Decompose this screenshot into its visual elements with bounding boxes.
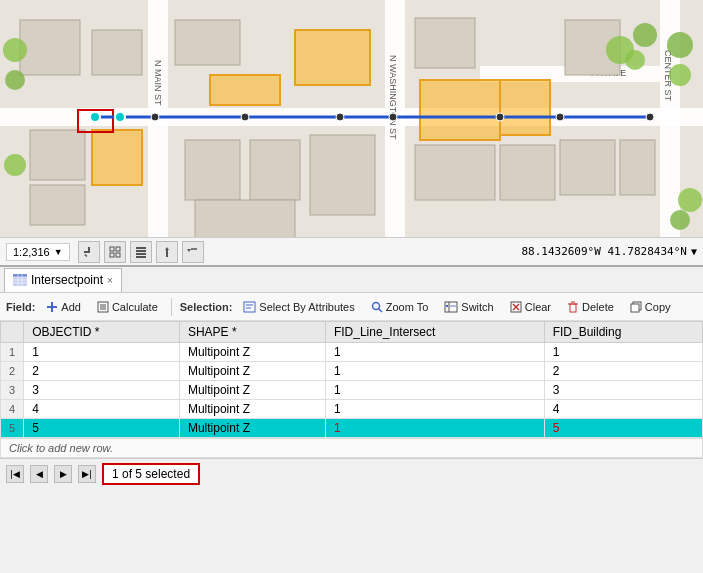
cell[interactable]: 5 [544, 419, 702, 438]
svg-text:N MAIN ST: N MAIN ST [153, 60, 163, 106]
copy-button[interactable]: Copy [625, 299, 676, 315]
selected-count-badge: 1 of 5 selected [102, 463, 200, 485]
cell[interactable]: 1 [325, 362, 544, 381]
svg-point-42 [90, 112, 100, 122]
table-row[interactable]: 33Multipoint Z13 [1, 381, 703, 400]
delete-button[interactable]: Delete [562, 299, 619, 315]
svg-rect-25 [500, 80, 550, 135]
tab-bar: Intersectpoint × [0, 267, 703, 293]
svg-point-33 [4, 154, 26, 176]
cell[interactable]: 1 [325, 343, 544, 362]
svg-point-47 [496, 113, 504, 121]
next-record-btn[interactable]: ▶ [54, 465, 72, 483]
scale-value: 1:2,316 [13, 246, 50, 258]
table-tool[interactable] [130, 241, 152, 263]
svg-marker-62 [165, 247, 169, 257]
cell[interactable]: 2 [544, 362, 702, 381]
objectid-header[interactable]: OBJECTID * [24, 322, 180, 343]
svg-rect-68 [13, 274, 27, 277]
cell[interactable]: Multipoint Z [179, 362, 325, 381]
svg-point-39 [678, 188, 702, 212]
cell[interactable]: Multipoint Z [179, 343, 325, 362]
svg-rect-26 [415, 145, 495, 200]
add-row-hint[interactable]: Click to add new row. [0, 438, 703, 458]
clear-icon [510, 301, 522, 313]
switch-button[interactable]: Switch [439, 299, 498, 315]
add-button[interactable]: Add [41, 299, 86, 315]
row-number: 3 [1, 381, 24, 400]
coords-dropdown[interactable]: ▼ [691, 246, 697, 257]
map-tools [78, 241, 204, 263]
svg-rect-88 [450, 305, 456, 307]
calculate-button[interactable]: Calculate [92, 299, 163, 315]
svg-text:N WASHINGTON ST: N WASHINGTON ST [388, 55, 398, 140]
zoom-to-button[interactable]: Zoom To [366, 299, 434, 315]
row-number: 2 [1, 362, 24, 381]
svg-point-40 [670, 210, 690, 230]
toolbar-separator-1 [171, 298, 172, 316]
svg-point-38 [669, 64, 691, 86]
table-row[interactable]: 55Multipoint Z15 [1, 419, 703, 438]
svg-point-50 [115, 112, 125, 122]
selection-label: Selection: [180, 301, 233, 313]
svg-point-37 [667, 32, 693, 58]
select-by-attributes-button[interactable]: Select By Attributes [238, 299, 359, 315]
coordinates-display: 88.1432609°W 41.7828434°N ▼ [521, 245, 697, 258]
svg-marker-63 [187, 249, 191, 252]
tab-label: Intersectpoint [31, 273, 103, 287]
prev-record-btn[interactable]: ◀ [30, 465, 48, 483]
copy-icon [630, 301, 642, 313]
cell[interactable]: Multipoint Z [179, 381, 325, 400]
cell[interactable]: 3 [24, 381, 180, 400]
zoom-tool[interactable] [78, 241, 100, 263]
cell[interactable]: 2 [24, 362, 180, 381]
cell[interactable]: 1 [24, 343, 180, 362]
table-row[interactable]: 11Multipoint Z11 [1, 343, 703, 362]
table-row[interactable]: 22Multipoint Z12 [1, 362, 703, 381]
shape-header[interactable]: SHAPE * [179, 322, 325, 343]
fid-line-header[interactable]: FID_Line_Intersect [325, 322, 544, 343]
pan-tool[interactable] [156, 241, 178, 263]
svg-rect-60 [136, 253, 146, 255]
map-toolbar: 1:2,316 ▼ 88.1432609°W 41.7828434°N ▼ [0, 237, 703, 265]
svg-point-46 [389, 113, 397, 121]
svg-rect-11 [30, 130, 85, 180]
tab-close-btn[interactable]: × [107, 275, 113, 286]
intersectpoint-tab[interactable]: Intersectpoint × [4, 268, 122, 292]
svg-point-32 [5, 70, 25, 90]
svg-point-31 [3, 38, 27, 62]
row-number: 4 [1, 400, 24, 419]
cell[interactable]: 1 [325, 381, 544, 400]
nav-tool[interactable] [182, 241, 204, 263]
cell[interactable]: Multipoint Z [179, 400, 325, 419]
svg-rect-87 [446, 305, 448, 307]
identify-tool[interactable] [104, 241, 126, 263]
table-row[interactable]: 44Multipoint Z14 [1, 400, 703, 419]
svg-rect-2 [148, 0, 168, 245]
svg-rect-52 [88, 247, 90, 253]
cell[interactable]: 1 [325, 419, 544, 438]
cell[interactable]: 4 [544, 400, 702, 419]
map-view[interactable]: N MAIN ST N WASHINGTON ST CENTER ST 7TH … [0, 0, 703, 265]
data-table-container[interactable]: OBJECTID * SHAPE * FID_Line_Intersect FI… [0, 321, 703, 458]
clear-button[interactable]: Clear [505, 299, 556, 315]
last-record-btn[interactable]: ▶| [78, 465, 96, 483]
cell[interactable]: 4 [24, 400, 180, 419]
cell[interactable]: 5 [24, 419, 180, 438]
row-number: 1 [1, 343, 24, 362]
cell[interactable]: 1 [544, 343, 702, 362]
svg-rect-14 [92, 30, 142, 75]
coordinates-text: 88.1432609°W 41.7828434°N [521, 245, 687, 258]
cell[interactable]: 3 [544, 381, 702, 400]
first-record-btn[interactable]: |◀ [6, 465, 24, 483]
cell[interactable]: 1 [325, 400, 544, 419]
scale-selector[interactable]: 1:2,316 ▼ [6, 243, 70, 261]
svg-point-36 [625, 50, 645, 70]
svg-point-49 [646, 113, 654, 121]
table-tab-icon [13, 274, 27, 286]
svg-rect-55 [116, 247, 120, 251]
svg-rect-92 [570, 304, 576, 312]
svg-marker-66 [187, 252, 189, 255]
cell[interactable]: Multipoint Z [179, 419, 325, 438]
fid-building-header[interactable]: FID_Building [544, 322, 702, 343]
